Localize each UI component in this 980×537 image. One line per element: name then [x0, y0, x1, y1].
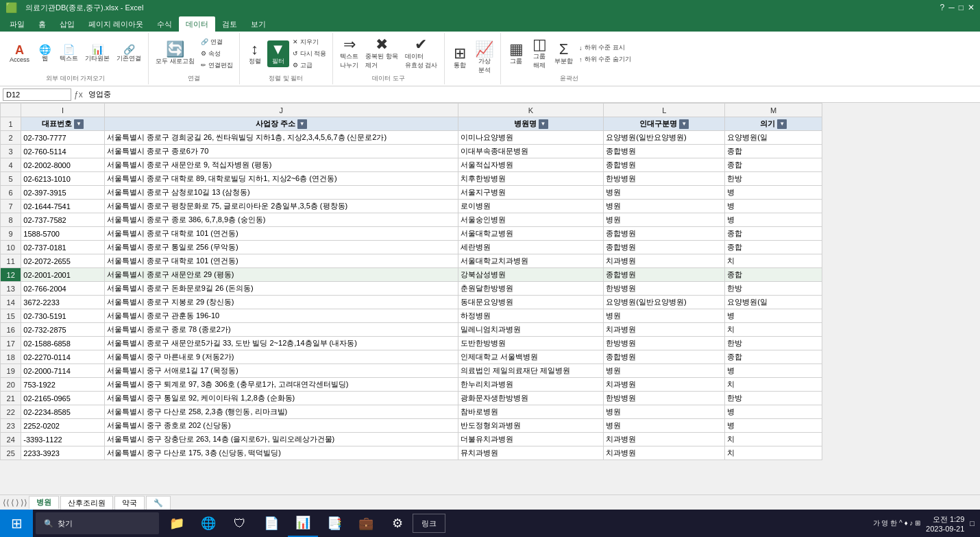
col-header-J[interactable]: J — [104, 104, 458, 117]
filter-dropdown-M[interactable]: ▼ — [777, 119, 787, 129]
cell-19-L[interactable]: 병원 — [604, 364, 725, 378]
cell-14-J[interactable]: 서울특별시 종로구 지봉로 29 (창신동) — [104, 296, 458, 309]
cell-16-K[interactable]: 밀레니엄치과병원 — [458, 323, 603, 337]
cell-7-M[interactable]: 병 — [725, 200, 822, 213]
refresh-all-button[interactable]: 🔄 모두 새로고침 — [153, 40, 197, 67]
cell-5-I[interactable]: 02-6213-1010 — [21, 172, 104, 186]
cell-24-I[interactable]: -3393-1122 — [21, 433, 104, 446]
cell-24-L[interactable]: 치과병원 — [604, 433, 725, 446]
link-button[interactable]: 링크 — [413, 514, 445, 533]
cell-6-K[interactable]: 서울지구병원 — [458, 186, 603, 200]
cell-19-I[interactable]: 02-2000-7114 — [21, 364, 104, 378]
cell-16-L[interactable]: 치과병원 — [604, 323, 725, 337]
header-cell-I[interactable]: 대표번호 ▼ — [21, 117, 104, 131]
header-cell-K[interactable]: 병원명 ▼ — [458, 117, 603, 131]
filter-dropdown-I[interactable]: ▼ — [74, 119, 84, 129]
cell-11-M[interactable]: 치 — [725, 254, 822, 268]
cell-3-L[interactable]: 종합병원 — [604, 145, 725, 158]
taskbar-app-other2[interactable]: ⚙ — [382, 510, 413, 537]
cell-7-L[interactable]: 병원 — [604, 200, 725, 213]
cell-22-K[interactable]: 참바로병원 — [458, 405, 603, 419]
cell-17-K[interactable]: 도반한방병원 — [458, 337, 603, 350]
cell-6-I[interactable]: 02-397-3915 — [21, 186, 104, 200]
tab-formula[interactable]: 수식 — [150, 16, 179, 32]
cell-17-I[interactable]: 02-1588-6858 — [21, 337, 104, 350]
cell-3-I[interactable]: 02-760-5114 — [21, 145, 104, 158]
tab-insert[interactable]: 삽입 — [53, 16, 82, 32]
cell-23-K[interactable]: 반도정형외과병원 — [458, 419, 603, 433]
cell-2-M[interactable]: 요양병원(일 — [725, 131, 822, 145]
cell-4-I[interactable]: 02-2002-8000 — [21, 158, 104, 172]
tab-file[interactable]: 파일 — [3, 16, 32, 32]
remove-duplicates-button[interactable]: ✖ 중복된 항목제거 — [363, 36, 401, 71]
text-button[interactable]: 📄 텍스트 — [57, 43, 81, 64]
cell-7-J[interactable]: 서울특별시 종로구 평창문화로 75, 글로리아타운 2층일부,3,5층 (평창… — [104, 200, 458, 213]
cell-22-J[interactable]: 서울특별시 중구 다산로 258, 2,3층 (행인동, 리마크빌) — [104, 405, 458, 419]
cell-23-I[interactable]: 2252-0202 — [21, 419, 104, 433]
cell-9-I[interactable]: 1588-5700 — [21, 227, 104, 241]
show-detail-button[interactable]: ↓ 하위 수준 표시 — [577, 43, 633, 53]
cell-15-J[interactable]: 서울특별시 종로구 관훈동 196-10 — [104, 309, 458, 323]
cell-22-L[interactable]: 병원 — [604, 405, 725, 419]
col-header-L[interactable]: L — [604, 104, 725, 117]
cell-10-J[interactable]: 서울특별시 종로구 통일로 256 (무악동) — [104, 241, 458, 254]
cell-15-L[interactable]: 병원 — [604, 309, 725, 323]
col-header-K[interactable]: K — [458, 104, 603, 117]
sheet-tab-postpartum[interactable]: 산후조리원 — [60, 496, 113, 510]
cell-20-J[interactable]: 서울특별시 중구 퇴계로 97, 3층 306호 (충무로1가, 고려대연각센터… — [104, 378, 458, 392]
consolidate-button[interactable]: ⊞ 통합 — [449, 45, 471, 71]
taskbar-search[interactable]: 🔍 찾기 — [36, 512, 159, 534]
tab-home[interactable]: 홈 — [32, 16, 53, 32]
cell-13-M[interactable]: 한방 — [725, 282, 822, 296]
cell-25-J[interactable]: 서울특별시 중구 다산로 175, 3층 (신당동, 떡덕빌딩) — [104, 446, 458, 460]
cell-3-J[interactable]: 서울특별시 종로구 종로6가 70 — [104, 145, 458, 158]
clear-button[interactable]: ✕ 지우기 — [291, 37, 329, 47]
subtotal-button[interactable]: Σ 부분합 — [552, 40, 576, 67]
cell-5-M[interactable]: 한방 — [725, 172, 822, 186]
cell-9-L[interactable]: 종합병원 — [604, 227, 725, 241]
cell-8-K[interactable]: 서울숭인병원 — [458, 213, 603, 227]
cell-18-L[interactable]: 종합병원 — [604, 350, 725, 364]
cell-16-M[interactable]: 치 — [725, 323, 822, 337]
cell-25-K[interactable]: 뮤치과병원 — [458, 446, 603, 460]
cell-5-J[interactable]: 서울특별시 종로구 대학로 89, 대학로빌딩 지하1, 지상2~6층 (연건동… — [104, 172, 458, 186]
taskbar-app-explorer[interactable]: 📁 — [162, 510, 192, 537]
cell-2-K[interactable]: 이미나요양병원 — [458, 131, 603, 145]
cell-22-I[interactable]: 02-2234-8585 — [21, 405, 104, 419]
cell-2-J[interactable]: 서울특별시 종로구 경희궁길 26, 씬타워빌딩 지하1층, 지상2,3,4,5… — [104, 131, 458, 145]
cell-13-K[interactable]: 춘원달한방병원 — [458, 282, 603, 296]
cell-9-K[interactable]: 서울대학교병원 — [458, 227, 603, 241]
taskbar-app-ie[interactable]: 🌐 — [193, 510, 223, 537]
cell-23-M[interactable]: 병 — [725, 419, 822, 433]
cell-23-J[interactable]: 서울특별시 중구 종호로 202 (신당동) — [104, 419, 458, 433]
cell-21-K[interactable]: 광화문자생한방병원 — [458, 392, 603, 405]
cell-12-L[interactable]: 종합병원 — [604, 268, 725, 282]
cell-8-M[interactable]: 병 — [725, 213, 822, 227]
cell-10-L[interactable]: 종합병원 — [604, 241, 725, 254]
cell-7-K[interactable]: 로이병원 — [458, 200, 603, 213]
cell-5-L[interactable]: 한방병원 — [604, 172, 725, 186]
cell-13-L[interactable]: 한방병원 — [604, 282, 725, 296]
cell-6-M[interactable]: 병 — [725, 186, 822, 200]
minimize-btn[interactable]: ─ — [948, 3, 955, 12]
filter-dropdown-K[interactable]: ▼ — [539, 119, 548, 129]
cell-18-M[interactable]: 종합 — [725, 350, 822, 364]
cell-18-I[interactable]: 02-2270-0114 — [21, 350, 104, 364]
close-btn[interactable]: ✕ — [968, 3, 975, 12]
cell-20-K[interactable]: 한누리치과병원 — [458, 378, 603, 392]
header-cell-J[interactable]: 사업장 주소 ▼ — [104, 117, 458, 131]
data-validation-button[interactable]: ✔ 데이터유효성 검사 — [402, 36, 441, 71]
cell-23-L[interactable]: 병원 — [604, 419, 725, 433]
cell-21-M[interactable]: 한방 — [725, 392, 822, 405]
cell-11-L[interactable]: 치과병원 — [604, 254, 725, 268]
cell-5-K[interactable]: 치후한방병원 — [458, 172, 603, 186]
cell-19-M[interactable]: 병 — [725, 364, 822, 378]
existing-connections-button[interactable]: 🔗 기존연결 — [114, 43, 144, 64]
sheet-tab-pharmacy[interactable]: 약국 — [114, 496, 145, 510]
header-cell-M[interactable]: 의기 ▼ — [725, 117, 822, 131]
other-sources-button[interactable]: 📊 기타원본 — [82, 43, 112, 64]
web-button[interactable]: 🌐 웹 — [34, 43, 56, 64]
cell-17-L[interactable]: 한방병원 — [604, 337, 725, 350]
cell-4-K[interactable]: 서울적십자병원 — [458, 158, 603, 172]
notification-icon[interactable]: □ — [970, 519, 975, 527]
